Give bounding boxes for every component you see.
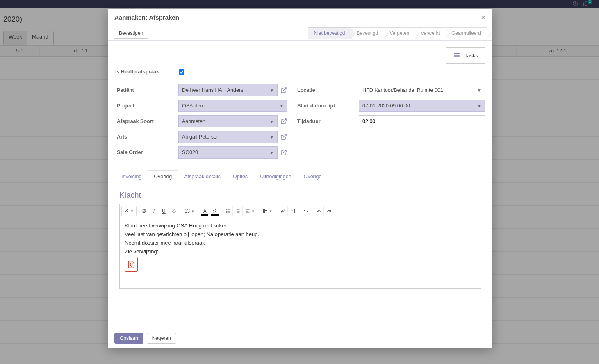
save-button[interactable]: Opslaan [114, 333, 143, 344]
confirm-button[interactable]: Bevestigen [114, 28, 148, 39]
arts-select[interactable]: Abigail Peterson ▼ [178, 131, 278, 143]
field-project: Project OSA-demo ▼ [117, 100, 287, 112]
locatie-label: Locatie [297, 87, 359, 93]
list-ul-icon [225, 209, 230, 214]
link-button[interactable] [278, 206, 288, 216]
image-button[interactable] [288, 206, 298, 216]
locatie-select[interactable]: HFD Kantoor/Behandel Ruimte 001 ▼ [359, 84, 485, 96]
pdf-icon [127, 259, 135, 269]
field-arts: Arts Abigail Peterson ▼ [117, 131, 287, 143]
modal-body: Bevestigen Niet bevestigd Bevestigd Verg… [108, 26, 492, 328]
is-health-checkbox[interactable] [179, 69, 184, 75]
form-tabs: Invoicing Overleg Afspraak details Optie… [115, 170, 485, 183]
start-datetime-select[interactable]: 07-01-2020 09:00:00 ▼ [359, 100, 485, 112]
svg-line-4 [283, 88, 286, 91]
form-area: Tasks Is Health afspraak Patiënt [108, 41, 492, 297]
tab-uitnodigingen[interactable]: Uitnodigingen [254, 170, 297, 183]
tab-opties[interactable]: Opties [227, 170, 254, 183]
field-patient: Patiënt De heer Hans HAH Anders ▼ [117, 84, 287, 96]
pdf-attachment[interactable] [125, 257, 138, 272]
stage-vergeten[interactable]: Vergeten [384, 27, 415, 39]
tasks-button[interactable]: Tasks [446, 47, 485, 64]
caret-down-icon: ▼ [270, 119, 274, 124]
tab-overleg[interactable]: Overleg [148, 170, 178, 183]
is-health-label: Is Health afspraak [115, 69, 177, 75]
font-color-button[interactable]: A [200, 206, 210, 216]
undo-button[interactable] [314, 206, 324, 216]
ordered-list-button[interactable]: 1 [233, 206, 243, 216]
tab-overige[interactable]: Overige [298, 170, 328, 183]
external-link-icon[interactable] [280, 118, 287, 125]
svg-rect-15 [237, 210, 239, 210]
align-dropdown[interactable]: ▼ [243, 206, 257, 216]
svg-rect-21 [264, 209, 267, 213]
tijdsduur-input[interactable] [359, 115, 485, 127]
table-dropdown[interactable]: ▼ [260, 206, 275, 216]
caret-down-icon: ▼ [270, 135, 274, 139]
tijdsduur-label: Tijdsduur [297, 118, 359, 124]
field-locatie: Locatie HFD Kantoor/Behandel Ruimte 001 … [297, 84, 485, 96]
editor-style-dropdown[interactable]: ▼ [122, 206, 136, 216]
sale-order-select[interactable]: SO020 ▼ [178, 146, 278, 159]
fontsize-dropdown[interactable]: 13▼ [182, 206, 197, 216]
status-stages: Niet bevestigd Bevestigd Vergeten Verwer… [308, 27, 487, 39]
discard-button[interactable]: Negeren [147, 333, 176, 344]
svg-rect-17 [237, 212, 239, 213]
unordered-list-button[interactable] [223, 206, 233, 216]
afspraak-soort-select[interactable]: Aanmeten ▼ [178, 115, 278, 127]
stage-bevestigd[interactable]: Bevestigd [351, 27, 384, 39]
appointment-modal: Aanmaken: Afspraken × Bevestigen Niet be… [108, 9, 492, 348]
stage-verwerkt[interactable]: Verwerkt [415, 27, 446, 39]
clear-format-button[interactable] [169, 206, 179, 216]
svg-rect-12 [227, 211, 230, 212]
tab-invoicing[interactable]: Invoicing [115, 170, 148, 183]
stage-geannulleerd[interactable]: Geannulleerd [446, 27, 487, 39]
field-tijdsduur: Tijdsduur [297, 115, 485, 127]
svg-point-10 [226, 212, 227, 213]
svg-rect-16 [237, 211, 239, 212]
bold-button[interactable]: B [139, 206, 149, 216]
redo-button[interactable] [324, 206, 334, 216]
section-title-klacht: Klacht [119, 191, 481, 200]
modal-header: Aanmaken: Afspraken × [108, 9, 492, 26]
patient-label: Patiënt [117, 87, 178, 93]
bg-color-button[interactable] [210, 206, 220, 216]
svg-rect-2 [454, 55, 460, 56]
tasks-button-label: Tasks [465, 52, 478, 59]
start-label: Start datum tijd [297, 103, 359, 109]
close-icon[interactable]: × [481, 13, 486, 22]
underline-button[interactable]: U [159, 206, 169, 216]
caret-down-icon: ▼ [270, 150, 274, 155]
caret-down-icon: ▼ [477, 104, 481, 108]
stage-niet-bevestigd[interactable]: Niet bevestigd [308, 27, 351, 39]
tasks-icon [453, 52, 460, 59]
external-link-icon[interactable] [280, 149, 287, 156]
svg-line-6 [283, 134, 286, 137]
undo-icon [317, 209, 321, 214]
svg-point-8 [226, 209, 227, 210]
statusbar: Bevestigen Niet bevestigd Bevestigd Verg… [108, 26, 492, 41]
code-icon [303, 209, 308, 214]
editor-content[interactable]: Klant heeft verwijzing OSA Hoog met koke… [120, 218, 481, 284]
project-select[interactable]: OSA-demo ▼ [178, 100, 287, 112]
field-sale-order: Sale Order SO020 ▼ [117, 146, 287, 159]
italic-button[interactable]: I [149, 206, 159, 216]
external-link-icon[interactable] [280, 86, 287, 94]
afspraak-soort-label: Afspraak Soort [117, 118, 178, 124]
code-view-button[interactable] [301, 206, 311, 216]
svg-rect-11 [227, 210, 230, 210]
svg-rect-18 [246, 210, 250, 210]
project-label: Project [117, 103, 178, 109]
patient-select[interactable]: De heer Hans HAH Anders ▼ [178, 84, 278, 96]
editor-resize-handle[interactable] [120, 284, 481, 288]
caret-down-icon: ▼ [477, 88, 481, 93]
tab-afspraak-details[interactable]: Afspraak details [178, 170, 227, 183]
eraser-icon [171, 209, 176, 214]
field-afspraak-soort: Afspraak Soort Aanmeten ▼ [117, 115, 287, 127]
caret-down-icon: ▼ [270, 88, 274, 93]
svg-rect-20 [246, 212, 250, 213]
tab-content-overleg: Klacht ▼ B I U [115, 183, 485, 293]
external-link-icon[interactable] [280, 133, 287, 141]
align-icon [245, 209, 250, 214]
svg-rect-13 [227, 212, 230, 213]
